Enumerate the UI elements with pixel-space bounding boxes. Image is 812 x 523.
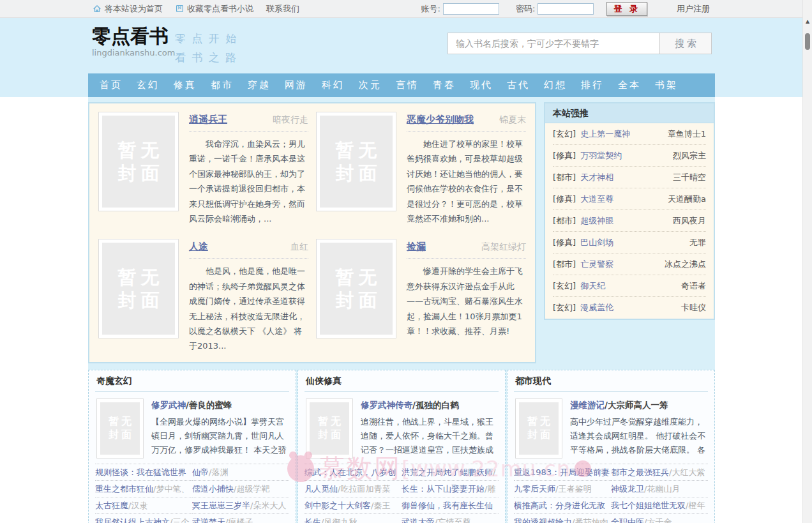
favorite-link[interactable]: 收藏零点看书小说 (176, 3, 253, 15)
recommend-row: [修真] 大道至尊 天道酬勤a (553, 188, 706, 210)
book-author: 高架红绿灯 (481, 241, 526, 253)
book-title-link[interactable]: 大道至尊 (580, 193, 613, 205)
nav-item-wangyou[interactable]: 网游 (278, 79, 315, 91)
nav-item-quanben[interactable]: 全本 (611, 79, 648, 91)
book-title-link[interactable]: 我七个姐姐绝世无双/橙年 (611, 501, 705, 510)
book-title-link[interactable]: 恶魔少爷别吻我 (407, 114, 474, 126)
book-cover[interactable]: 暂无 封面 (98, 239, 179, 338)
book-title-link[interactable]: 重生之都市狂仙/梦中笔、 (95, 484, 189, 494)
no-cover-placeholder: 暂无 封面 (320, 243, 393, 335)
account-input[interactable] (443, 3, 499, 15)
book-title-link[interactable]: 九零后天师/王者鉴明 (514, 484, 591, 494)
category-panel-xianxia: 仙侠修真 暂无 封面 修罗武神传奇/孤独的白鹤 追溯往昔，他战上界，斗星域，猴王… (297, 370, 506, 523)
book-title-link[interactable]: 我居然认得上古神文/三个 (95, 517, 189, 523)
book-link-cell: 重返1983：开局迎娶前妻 (514, 464, 611, 480)
nav-item-paihang[interactable]: 排行 (574, 79, 611, 91)
book-title-link[interactable]: 修罗武神传奇 (361, 400, 412, 410)
book-title-link[interactable]: 武逆焚天/疯橘子 (192, 517, 253, 523)
nav-item-qingchun[interactable]: 青春 (426, 79, 463, 91)
book-title-link[interactable]: 万羽堂契约 (580, 150, 622, 162)
nav-item-dushi[interactable]: 都市 (204, 79, 241, 91)
site-logo[interactable]: 零点看书 lingdiankanshu.com (92, 26, 175, 57)
book-title-link[interactable]: 仙帝/落渊 (192, 467, 228, 477)
category-panel-dushi: 都市现代 暂无 封面 漫维游记/大宗师高人一筹 高中少年过严冬觉醒穿越维度能力，… (507, 370, 715, 523)
recommend-row: [都市] 天才神相 三千晴空 (553, 167, 706, 188)
nav-item-kehuan[interactable]: 科幻 (315, 79, 352, 91)
book-cover[interactable]: 暂无 封面 (316, 112, 396, 211)
register-link[interactable]: 用户注册 (677, 3, 710, 15)
nav-item-xiandai[interactable]: 现代 (463, 79, 500, 91)
book-title-link[interactable]: 御兽修仙，我有座长生仙 (402, 501, 493, 510)
book-link-cell: 综武：人在北凉，八岁创 (304, 464, 402, 480)
nav-item-gudai[interactable]: 古代 (500, 79, 537, 91)
password-input[interactable] (538, 3, 594, 15)
nav-item-yanqing[interactable]: 言情 (389, 79, 426, 91)
book-title-link[interactable]: 武道大帝/忘情至尊 (402, 517, 470, 523)
set-homepage-link[interactable]: 将本站设为首页 (93, 3, 163, 15)
book-title-link[interactable]: 综武：人在北凉，八岁创 (304, 467, 396, 477)
no-cover-placeholder: 暂无 封面 (102, 116, 175, 208)
book-title-link[interactable]: 横推高武：分身进化无敌 (514, 501, 605, 510)
book-title-link[interactable]: 我的透视超给力/番茄炖肉 (514, 517, 608, 523)
book-title-link[interactable]: 儒道小捕快/超级学靶 (192, 484, 269, 494)
book-category: [玄幻] (553, 128, 576, 140)
book-cover[interactable]: 暂无 封面 (306, 398, 353, 459)
password-label: 密码: (516, 3, 535, 15)
book-title-link[interactable]: 凡人觅仙/吃拉面加青菜 (304, 484, 390, 494)
book-cover[interactable]: 暂无 封面 (515, 398, 562, 459)
recommend-row: [玄幻] 史上第一魔神 章鱼博士1 (553, 123, 706, 145)
book-cover[interactable]: 暂无 封面 (98, 112, 179, 211)
search-bar: 搜 索 (447, 33, 712, 54)
nav-item-shujia[interactable]: 书架 (648, 79, 685, 91)
book-title-link[interactable]: 重返1983：开局迎娶前妻 (514, 467, 610, 477)
book-title-link[interactable]: 洪荒之开局炖了鲲鹏妖师/ (402, 467, 495, 477)
book-title-link[interactable]: 全职中医/方千金 (611, 517, 672, 523)
slogan-line1: 零 点 开 始 (175, 29, 237, 49)
nav-item-xiuzhen[interactable]: 修真 (167, 79, 204, 91)
book-title-link[interactable]: 规则怪谈：我在猛诡世界 (95, 467, 186, 477)
book-title-link[interactable]: 漫维游记 (570, 400, 605, 410)
book-title-link[interactable]: 修罗武神 (151, 400, 186, 410)
scrollbar-thumb[interactable] (805, 33, 810, 50)
book-title-link[interactable]: 都市之最强狂兵/大红大紫 (611, 467, 705, 477)
book-title-link[interactable]: 长生：从下山娶妻开始/雕 (402, 484, 495, 494)
nav-item-xuanhuan[interactable]: 玄幻 (130, 79, 167, 91)
contact-link[interactable]: 联系我们 (266, 3, 299, 15)
book-title-link[interactable]: 亡灵警察 (580, 259, 613, 270)
search-input[interactable] (447, 33, 659, 54)
book-title-link[interactable]: 冥王崽崽三岁半/朵米大人 (192, 501, 286, 510)
set-homepage-label: 将本站设为首页 (105, 3, 163, 15)
book-link-cell: 剑中影之十大剑客/秦王 (304, 497, 402, 513)
nav-item-home[interactable]: 首页 (93, 79, 130, 91)
book-title-link[interactable]: 长生/风御九秋 (304, 517, 357, 523)
book-description: 追溯往昔，他战上界，斗星域，猴王追随，爱人依怀，身临大千之巅。曾记否？一招逼退道… (361, 415, 497, 457)
book-title-link[interactable]: 逍遥兵王 (189, 114, 227, 126)
book-title-link[interactable]: 御天纪 (580, 280, 605, 292)
login-button[interactable]: 登 录 (606, 2, 647, 16)
book-link-cell: 长生/风御九秋 (304, 513, 402, 523)
book-author: 章鱼博士1 (668, 128, 706, 140)
recommend-row: [都市] 超级神眼 西风夜月 (553, 210, 706, 232)
book-title-link[interactable]: 神级龙卫/花幽山月 (611, 484, 680, 494)
scroll-up-icon[interactable]: ▲ (803, 19, 812, 24)
book-title-link[interactable]: 太古狂魔/汉隶 (95, 501, 147, 510)
book-title-link[interactable]: 捡漏 (407, 241, 426, 253)
book-title-link[interactable]: 剑中影之十大剑客/秦王 (304, 501, 390, 510)
section-title: 仙侠修真 (304, 370, 499, 392)
book-cover[interactable]: 暂无 封面 (96, 398, 144, 459)
book-cover[interactable]: 暂无 封面 (316, 239, 396, 338)
book-title-link[interactable]: 人途 (189, 241, 208, 253)
recommend-row: [都市] 亡灵警察 冰点之沸点 (553, 254, 706, 275)
nav-item-chuanyue[interactable]: 穿越 (241, 79, 278, 91)
featured-books-panel: 暂无 封面 逍遥兵王 暗夜行走 我命浮沉，血染风云；男儿重诺，一诺千金！唐承风本… (88, 102, 536, 363)
nav-item-ciyuan[interactable]: 次元 (352, 79, 389, 91)
book-title-link[interactable]: 漫威盖伦 (580, 302, 613, 314)
book-title-link[interactable]: 超级神眼 (580, 215, 613, 227)
book-title-link[interactable]: 巴山剑场 (580, 237, 613, 248)
search-button[interactable]: 搜 索 (659, 33, 712, 54)
favorite-label: 收藏零点看书小说 (187, 3, 253, 15)
vertical-scrollbar[interactable]: ▲ (802, 0, 812, 523)
nav-item-huanxiang[interactable]: 幻想 (537, 79, 574, 91)
book-title-link[interactable]: 史上第一魔神 (580, 128, 630, 140)
book-title-link[interactable]: 天才神相 (580, 172, 613, 183)
